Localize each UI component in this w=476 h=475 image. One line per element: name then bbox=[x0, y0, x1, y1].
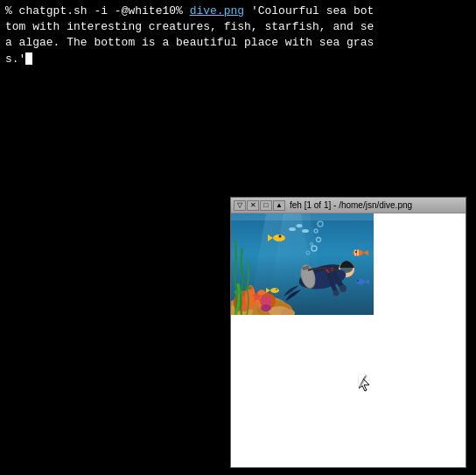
cursor bbox=[25, 52, 32, 65]
svg-point-41 bbox=[289, 227, 296, 231]
underwater-image bbox=[231, 213, 374, 315]
prompt: % bbox=[5, 4, 12, 17]
feh-minimize-button[interactable]: ▲ bbox=[273, 200, 285, 211]
svg-point-43 bbox=[302, 229, 309, 233]
svg-point-42 bbox=[297, 224, 303, 227]
terminal-line-3: a algae. The bottom is a beautiful place… bbox=[5, 35, 471, 51]
svg-point-30 bbox=[333, 290, 340, 297]
svg-point-37 bbox=[356, 279, 365, 284]
svg-point-36 bbox=[355, 251, 357, 253]
feh-title: feh [1 of 1] - /home/jsn/dive.png bbox=[290, 200, 463, 210]
terminal-command: chatgpt.sh -i -@white10% dive.png 'Colou… bbox=[12, 4, 374, 17]
svg-point-13 bbox=[234, 290, 242, 295]
terminal-line-4: s.' bbox=[5, 52, 471, 67]
svg-point-32 bbox=[279, 235, 282, 238]
terminal-line-2: tom with interesting creatures, fish, st… bbox=[5, 19, 471, 35]
svg-point-40 bbox=[276, 289, 276, 290]
feh-image-area bbox=[231, 213, 466, 467]
feh-maximize-button[interactable]: □ bbox=[260, 200, 272, 211]
feh-titlebar-buttons: ▽ ✕ □ ▲ bbox=[234, 200, 285, 211]
svg-rect-46 bbox=[231, 213, 374, 220]
svg-point-45 bbox=[261, 304, 271, 311]
feh-titlebar: ▽ ✕ □ ▲ feh [1 of 1] - /home/jsn/dive.pn… bbox=[231, 198, 466, 213]
feh-shade-button[interactable]: ▽ bbox=[234, 200, 246, 211]
svg-point-38 bbox=[357, 280, 359, 282]
feh-close-button[interactable]: ✕ bbox=[247, 200, 259, 211]
mouse-cursor bbox=[359, 374, 369, 390]
filename-link[interactable]: dive.png bbox=[190, 4, 244, 17]
feh-window: ▽ ✕ □ ▲ feh [1 of 1] - /home/jsn/dive.pn… bbox=[230, 197, 466, 468]
svg-point-39 bbox=[270, 288, 279, 293]
terminal-line-1: % chatgpt.sh -i -@white10% dive.png 'Col… bbox=[5, 3, 471, 19]
svg-point-14 bbox=[245, 286, 252, 290]
svg-marker-47 bbox=[359, 374, 369, 391]
svg-point-29 bbox=[340, 285, 346, 292]
